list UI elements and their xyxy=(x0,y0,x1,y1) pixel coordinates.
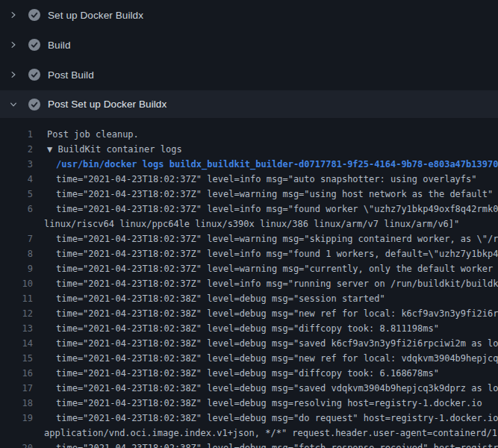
log-line-text: time="2021-04-23T18:02:38Z" level=debug … xyxy=(33,396,482,411)
check-circle-icon xyxy=(28,99,40,111)
log-line: 6 time="2021-04-23T18:02:37Z" level=info… xyxy=(0,202,498,217)
log-line-text: time="2021-04-23T18:02:38Z" level=debug … xyxy=(33,366,439,381)
check-circle-icon xyxy=(28,69,40,81)
log-line-number xyxy=(0,217,33,231)
log-line-number[interactable]: 4 xyxy=(0,172,33,187)
chevron-right-icon[interactable] xyxy=(9,9,18,21)
log-line-number[interactable]: 14 xyxy=(0,336,33,351)
check-circle-icon xyxy=(28,9,40,21)
log-line: 17 time="2021-04-23T18:02:38Z" level=deb… xyxy=(0,381,498,396)
log-line-number[interactable]: 12 xyxy=(0,306,33,321)
log-line-text: linux/riscv64 linux/ppc64le linux/s390x … xyxy=(33,217,459,231)
log-line-text: time="2021-04-23T18:02:37Z" level=warnin… xyxy=(33,261,498,276)
log-line-text: time="2021-04-23T18:02:37Z" level=info m… xyxy=(33,246,498,261)
log-line: 13 time="2021-04-23T18:02:38Z" level=deb… xyxy=(0,321,498,336)
log-line: 5 time="2021-04-23T18:02:37Z" level=warn… xyxy=(0,187,498,202)
check-circle-icon xyxy=(28,39,40,51)
step-label: Post Set up Docker Buildx xyxy=(48,99,166,110)
log-line-number[interactable]: 15 xyxy=(0,351,33,366)
log-line: linux/riscv64 linux/ppc64le linux/s390x … xyxy=(0,217,498,231)
log-line-number[interactable]: 5 xyxy=(0,187,33,202)
log-line-number[interactable]: 10 xyxy=(0,276,33,291)
log-line-text: time="2021-04-23T18:02:38Z" level=debug … xyxy=(33,441,498,448)
log-panel: 1 Post job cleanup. 2 ▼ BuildKit contain… xyxy=(0,118,498,448)
log-line: 11 time="2021-04-23T18:02:38Z" level=deb… xyxy=(0,291,498,306)
log-line-number[interactable]: 16 xyxy=(0,366,33,381)
chevron-down-icon[interactable] xyxy=(9,99,18,111)
log-line-text: time="2021-04-23T18:02:38Z" level=debug … xyxy=(33,351,498,366)
log-line-text: time="2021-04-23T18:02:37Z" level=info m… xyxy=(33,276,498,291)
log-line: 16 time="2021-04-23T18:02:38Z" level=deb… xyxy=(0,366,498,381)
step-row[interactable]: Post Set up Docker Buildx xyxy=(0,90,498,118)
log-line-text: time="2021-04-23T18:02:38Z" level=debug … xyxy=(33,291,385,306)
log-line-number[interactable]: 6 xyxy=(0,202,33,217)
log-line: 15 time="2021-04-23T18:02:38Z" level=deb… xyxy=(0,351,498,366)
log-line: 2 ▼ BuildKit container logs xyxy=(0,142,498,157)
log-line-text: time="2021-04-23T18:02:38Z" level=debug … xyxy=(33,321,439,336)
log-line: 20 time="2021-04-23T18:02:38Z" level=deb… xyxy=(0,441,498,448)
log-line-number[interactable]: 19 xyxy=(0,411,33,426)
log-line: 14 time="2021-04-23T18:02:38Z" level=deb… xyxy=(0,336,498,351)
step-row[interactable]: Post Build xyxy=(0,60,498,90)
step-label: Build xyxy=(48,40,71,51)
log-line: 3 /usr/bin/docker logs buildx_buildkit_b… xyxy=(0,157,498,172)
log-line-number[interactable]: 17 xyxy=(0,381,33,396)
log-line-text: time="2021-04-23T18:02:37Z" level=info m… xyxy=(33,172,477,187)
log-line: 19 time="2021-04-23T18:02:38Z" level=deb… xyxy=(0,411,498,426)
log-line-text: time="2021-04-23T18:02:38Z" level=debug … xyxy=(33,336,498,351)
log-line-number[interactable]: 11 xyxy=(0,291,33,306)
log-line: 1 Post job cleanup. xyxy=(0,127,498,142)
log-line: 10 time="2021-04-23T18:02:37Z" level=inf… xyxy=(0,276,498,291)
log-line-number[interactable]: 1 xyxy=(0,127,33,142)
log-line-number[interactable]: 9 xyxy=(0,261,33,276)
log-line: 4 time="2021-04-23T18:02:37Z" level=info… xyxy=(0,172,498,187)
log-line-number[interactable]: 8 xyxy=(0,246,33,261)
log-line: 12 time="2021-04-23T18:02:38Z" level=deb… xyxy=(0,306,498,321)
log-line: 7 time="2021-04-23T18:02:37Z" level=warn… xyxy=(0,231,498,246)
log-line-number xyxy=(0,426,33,441)
log-line-text: Post job cleanup. xyxy=(33,127,139,142)
step-label: Set up Docker Buildx xyxy=(48,10,143,21)
step-row[interactable]: Build xyxy=(0,30,498,60)
log-line-text: time="2021-04-23T18:02:37Z" level=warnin… xyxy=(33,231,498,246)
log-line-number[interactable]: 3 xyxy=(0,157,33,172)
step-label: Post Build xyxy=(48,69,94,81)
chevron-right-icon[interactable] xyxy=(9,69,18,81)
log-line-text: time="2021-04-23T18:02:37Z" level=warnin… xyxy=(33,187,493,202)
log-line: application/vnd.oci.image.index.v1+json,… xyxy=(0,426,498,441)
command-line-text: /usr/bin/docker logs buildx_buildkit_bui… xyxy=(33,157,498,172)
log-line: 18 time="2021-04-23T18:02:38Z" level=deb… xyxy=(0,396,498,411)
log-line-text: time="2021-04-23T18:02:37Z" level=info m… xyxy=(33,202,498,217)
log-line: 8 time="2021-04-23T18:02:37Z" level=info… xyxy=(0,246,498,261)
log-group-toggle[interactable]: ▼ BuildKit container logs xyxy=(33,142,182,157)
log-line-number[interactable]: 7 xyxy=(0,231,33,246)
step-list: Set up Docker Buildx Build Post Buil xyxy=(0,0,498,118)
log-line: 9 time="2021-04-23T18:02:37Z" level=warn… xyxy=(0,261,498,276)
step-row[interactable]: Set up Docker Buildx xyxy=(0,0,498,30)
log-line-text: application/vnd.oci.image.index.v1+json,… xyxy=(33,426,498,441)
log-line-text: time="2021-04-23T18:02:38Z" level=debug … xyxy=(33,411,498,426)
log-line-number[interactable]: 18 xyxy=(0,396,33,411)
log-line-number[interactable]: 20 xyxy=(0,441,33,448)
log-line-text: time="2021-04-23T18:02:38Z" level=debug … xyxy=(33,381,498,396)
log-line-number[interactable]: 13 xyxy=(0,321,33,336)
actions-log-viewer: Set up Docker Buildx Build Post Buil xyxy=(0,0,498,448)
log-line-text: time="2021-04-23T18:02:38Z" level=debug … xyxy=(33,306,498,321)
chevron-right-icon[interactable] xyxy=(9,39,18,51)
log-line-number[interactable]: 2 xyxy=(0,142,33,157)
